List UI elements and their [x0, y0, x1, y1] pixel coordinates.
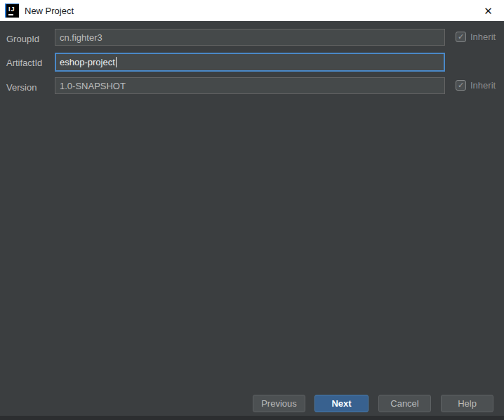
- groupid-label: GroupId: [6, 34, 39, 44]
- intellij-idea-icon: IJ: [5, 4, 19, 18]
- version-input[interactable]: 1.0-SNAPSHOT: [55, 77, 445, 94]
- version-inherit-label: Inherit: [470, 80, 496, 91]
- intellij-idea-icon-letters: IJ: [8, 6, 15, 13]
- checkbox-checked-icon: ✓: [456, 32, 466, 42]
- window-title: New Project: [25, 6, 74, 16]
- checkbox-checked-icon: ✓: [456, 80, 466, 91]
- artifactid-value: eshop-project: [60, 57, 115, 67]
- intellij-idea-icon-underscore: [8, 14, 13, 15]
- checkmark-icon: ✓: [458, 81, 464, 89]
- groupid-input[interactable]: cn.fighter3: [55, 29, 445, 46]
- text-caret: [116, 57, 117, 67]
- titlebar: IJ New Project ✕: [0, 0, 504, 21]
- version-value: 1.0-SNAPSHOT: [60, 81, 126, 91]
- close-icon: ✕: [484, 6, 493, 16]
- version-label: Version: [6, 82, 37, 93]
- groupid-inherit-label: Inherit: [470, 32, 496, 42]
- groupid-inherit-checkbox[interactable]: ✓ Inherit: [456, 32, 496, 42]
- groupid-value: cn.fighter3: [60, 32, 102, 43]
- version-inherit-checkbox[interactable]: ✓ Inherit: [456, 80, 496, 91]
- help-button[interactable]: Help: [441, 395, 493, 412]
- close-button[interactable]: ✕: [472, 0, 504, 21]
- previous-button[interactable]: Previous: [253, 395, 305, 412]
- window-bottom-edge: [0, 416, 504, 420]
- next-button[interactable]: Next: [314, 395, 369, 412]
- artifactid-input[interactable]: eshop-project: [55, 53, 445, 72]
- checkmark-icon: ✓: [458, 33, 464, 41]
- cancel-button[interactable]: Cancel: [378, 395, 431, 412]
- new-project-dialog: IJ New Project ✕ GroupId cn.fighter3 ✓ I…: [0, 0, 504, 420]
- artifactid-label: ArtifactId: [6, 58, 42, 68]
